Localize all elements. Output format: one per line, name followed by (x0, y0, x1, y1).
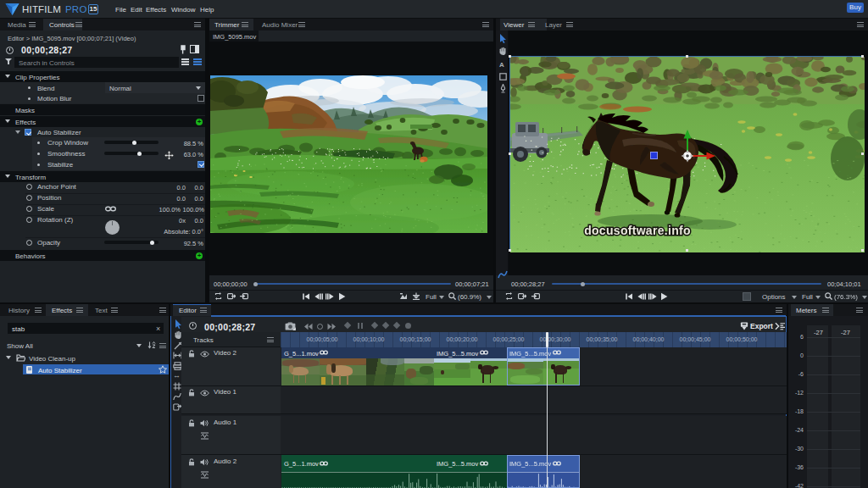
svg-text:docusoftware.info: docusoftware.info (584, 224, 691, 237)
